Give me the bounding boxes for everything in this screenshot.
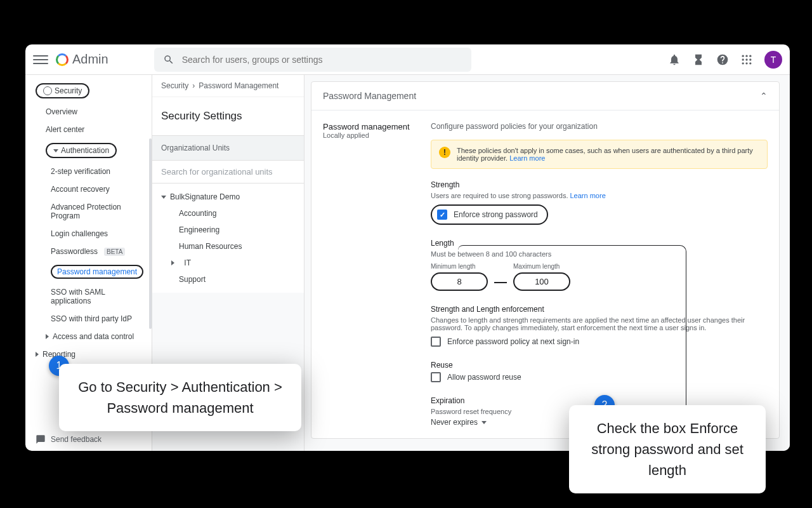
svg-point-6 (742, 62, 744, 64)
sidebar-item-authentication[interactable]: Authentication (25, 138, 152, 163)
chevron-right-icon (171, 260, 174, 265)
feedback-icon (36, 434, 46, 444)
card-title: Password management (323, 122, 418, 131)
sidebar-item-account-recovery[interactable]: Account recovery (25, 180, 152, 198)
svg-point-8 (749, 62, 751, 64)
chevron-down-icon (481, 421, 487, 424)
app-name: Admin (72, 52, 108, 67)
checkbox-unchecked-icon (431, 337, 441, 347)
sidebar-item-passwordless[interactable]: PasswordlessBETA (25, 243, 152, 260)
avatar[interactable]: T (764, 51, 782, 69)
globe-icon (43, 86, 52, 95)
svg-point-1 (745, 55, 747, 57)
section-header[interactable]: Password Management ⌃ (311, 82, 779, 110)
sidebar-item-2step[interactable]: 2-step verification (25, 163, 152, 180)
checkbox-unchecked-icon (431, 372, 441, 382)
chevron-down-icon (161, 196, 166, 199)
sidebar-item-overview[interactable]: Overview (25, 103, 152, 121)
ou-item[interactable]: Human Resources (152, 238, 304, 255)
max-length-input[interactable]: 100 (513, 272, 570, 291)
card-subtitle: Locally applied (323, 131, 418, 139)
scrollbar[interactable] (149, 138, 152, 329)
apps-icon[interactable] (740, 53, 753, 66)
breadcrumb: Security›Password Management (152, 75, 304, 97)
hourglass-icon[interactable] (692, 53, 705, 66)
allow-reuse-checkbox[interactable]: Allow password reuse (431, 372, 768, 382)
ou-item[interactable]: Engineering (152, 222, 304, 238)
search-box[interactable] (154, 48, 471, 72)
header-actions: T (668, 51, 782, 69)
svg-point-5 (749, 58, 751, 60)
sl-title: Strength and Length enforcement (431, 305, 768, 314)
sidebar-item-access-data[interactable]: Access and data control (25, 328, 152, 345)
breadcrumb-current: Password Management (199, 81, 278, 90)
step-callout-1: Go to Security > Authentication > Passwo… (59, 364, 301, 431)
sidebar-item-password-mgmt[interactable]: Password management (25, 260, 152, 283)
sl-subtitle: Changes to length and strength requireme… (431, 316, 768, 331)
search-icon (163, 54, 174, 65)
learn-more-link[interactable]: Learn more (570, 192, 606, 199)
sidebar-item-reporting[interactable]: Reporting (25, 345, 152, 363)
ou-item[interactable]: IT (152, 255, 304, 271)
ou-search-input[interactable]: Search for organizational units (152, 161, 304, 184)
checkbox-checked-icon (437, 210, 447, 220)
configure-description: Configure password policies for your org… (431, 122, 768, 131)
max-length-label: Maximum length (513, 263, 570, 270)
panel-title: Security Settings (152, 97, 304, 135)
length-subtitle: Must be between 8 and 100 characters (431, 250, 768, 258)
min-length-label: Minimum length (431, 263, 488, 270)
learn-more-link[interactable]: Learn more (509, 154, 545, 162)
ou-root[interactable]: BulkSignature Demo (152, 189, 304, 205)
warning-banner: ! These policies don't apply in some cas… (431, 140, 768, 169)
length-title: Length (431, 239, 768, 248)
chevron-up-icon: ⌃ (760, 91, 768, 101)
search-input[interactable] (182, 55, 462, 65)
ou-tree: BulkSignature Demo Accounting Engineerin… (152, 184, 304, 293)
chevron-down-icon (53, 149, 58, 152)
help-icon[interactable] (716, 53, 729, 66)
svg-point-0 (742, 55, 744, 57)
enforce-signin-checkbox[interactable]: Enforce password policy at next sign-in (431, 337, 768, 347)
ou-header: Organizational Units (152, 135, 304, 161)
google-logo-icon (56, 53, 69, 66)
sidebar-item-sso-saml[interactable]: SSO with SAML applications (25, 283, 152, 310)
bell-icon[interactable] (668, 53, 681, 66)
main-content: Password Management ⌃ Password managemen… (304, 75, 790, 451)
svg-point-7 (745, 62, 747, 64)
menu-icon[interactable] (33, 52, 48, 67)
chevron-right-icon (36, 352, 39, 357)
ou-item[interactable]: Accounting (152, 205, 304, 222)
svg-point-3 (742, 58, 744, 60)
svg-point-4 (745, 58, 747, 60)
chevron-right-icon (46, 334, 49, 339)
reuse-title: Reuse (431, 361, 768, 370)
sidebar-item-adv-protection[interactable]: Advanced Protection Program (25, 198, 152, 225)
sidebar-item-login-challenges[interactable]: Login challenges (25, 225, 152, 243)
sidebar-item-alert-center[interactable]: Alert center (25, 121, 152, 138)
breadcrumb-root[interactable]: Security (161, 81, 188, 90)
enforce-strong-checkbox[interactable]: Enforce strong password (431, 204, 548, 225)
step-callout-2: Check the box Enforce strong password an… (569, 405, 766, 493)
min-length-input[interactable]: 8 (431, 272, 488, 291)
strength-title: Strength (431, 180, 768, 189)
warning-icon: ! (439, 147, 450, 158)
svg-point-2 (749, 55, 751, 57)
ou-item[interactable]: Support (152, 271, 304, 288)
beta-badge: BETA (104, 248, 125, 256)
send-feedback-link[interactable]: Send feedback (36, 434, 102, 444)
sidebar-item-security[interactable]: Security (25, 79, 152, 103)
sidebar-item-sso-third[interactable]: SSO with third party IdP (25, 310, 152, 328)
product-logo[interactable]: Admin (56, 52, 108, 67)
header-bar: Admin T (25, 44, 790, 75)
connector-line (494, 282, 507, 283)
